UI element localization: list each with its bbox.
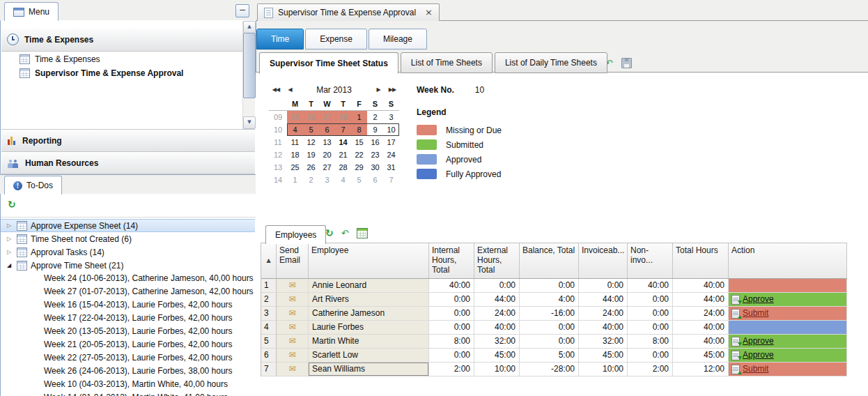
column-header[interactable]: Action [729,243,847,278]
row-number[interactable]: 5 [261,335,277,349]
calendar-day[interactable]: 25 [287,111,303,123]
todo-subitem[interactable]: Week 24 (10-06-2013), Catherine Jameson,… [1,272,255,285]
calendar-day[interactable]: 13 [319,136,335,148]
calendar-day[interactable]: 10 [383,123,399,136]
calendar-day[interactable]: 17 [383,136,399,148]
calendar-day[interactable]: 1 [287,174,303,186]
menu-item-supervisor-approval[interactable]: Supervisor Time & Expense Approval [1,66,242,80]
calendar-day[interactable]: 9 [367,123,383,136]
calendar-day[interactable]: 4 [335,174,351,186]
tab-list-of-daily-time-sheets[interactable]: List of Daily Time Sheets [495,52,607,73]
menu-scrollbar[interactable]: ▲ ▼ [242,21,255,129]
calendar-day[interactable]: 7 [335,123,351,136]
todo-subitem[interactable]: Week 14 (01-04-2013), Martin White, 41,0… [1,391,255,396]
envelope-icon[interactable]: ✉ [288,364,295,374]
envelope-icon[interactable]: ✉ [288,350,295,360]
calendar-day[interactable]: 16 [367,136,383,148]
employee-name-cell[interactable]: Martin White [309,335,429,349]
calendar-day[interactable]: 23 [367,148,383,161]
calendar-day[interactable]: 31 [383,161,399,174]
envelope-icon[interactable]: ✉ [288,308,295,318]
tab-time[interactable]: Time [256,29,304,50]
column-header[interactable]: Non-invo... [628,243,673,278]
todo-subitem[interactable]: Week 10 (04-03-2013), Martin White, 40,0… [1,378,255,391]
section-human-resources[interactable]: Human Resources [1,151,255,174]
undo-icon[interactable]: ↶ [341,228,349,238]
calendar-day[interactable]: 19 [303,148,319,161]
calendar-day[interactable]: 26 [303,161,319,174]
calendar-day[interactable]: 25 [287,161,303,174]
approve-link[interactable]: Approve [731,335,774,348]
send-email-cell[interactable]: ✉ [277,293,309,307]
employee-name-cell[interactable]: Scarlett Low [309,349,429,363]
calendar-day[interactable]: 30 [367,161,383,174]
table-icon[interactable] [357,228,368,238]
row-number[interactable]: 1 [261,279,277,293]
todo-subitem[interactable]: Week 27 (01-07-2013), Catherine Jameson,… [1,285,255,298]
calendar-day[interactable]: 5 [303,123,319,136]
column-header[interactable]: Balance, Total [520,243,579,278]
calendar-day[interactable]: 3 [383,111,399,123]
tab-supervisor-approval[interactable]: Supervisor Time & Expense Approval × [257,3,440,21]
column-header[interactable]: Internal Hours, Total [429,243,474,278]
calendar-last-icon[interactable]: ▶▶ [385,86,399,93]
calendar-day[interactable]: 24 [383,148,399,161]
calendar-day[interactable]: 5 [351,174,367,186]
todo-item[interactable]: ▷Approve Expense Sheet (14) [1,219,255,232]
section-reporting[interactable]: Reporting [1,129,255,152]
envelope-icon[interactable]: ✉ [288,280,295,290]
send-email-cell[interactable]: ✉ [277,363,309,376]
employee-name-cell[interactable]: Annie Leonard [309,279,429,293]
calendar-day[interactable]: 20 [319,148,335,161]
todo-item[interactable]: ◢Approve Time Sheet (21) [1,259,255,272]
calendar-day[interactable]: 22 [351,148,367,161]
approve-link[interactable]: Approve [731,349,774,362]
envelope-icon[interactable]: ✉ [288,336,295,346]
expand-arrow-icon[interactable]: ▷ [5,222,13,229]
column-header[interactable]: External Hours, Total [474,243,520,278]
calendar-day[interactable]: 6 [367,174,383,186]
calendar-day[interactable]: 3 [319,174,335,186]
calendar-day[interactable]: 4 [287,123,303,136]
employee-name-cell[interactable]: Catherine Jameson [309,307,429,321]
scroll-up-icon[interactable]: ▲ [243,21,256,33]
calendar-first-icon[interactable]: ◀◀ [269,86,283,93]
tab-list-of-time-sheets[interactable]: List of Time Sheets [401,52,493,73]
employee-name-cell[interactable]: Sean Williams [309,363,429,376]
save-icon[interactable] [621,58,632,68]
calendar-day[interactable]: 1 [351,111,367,123]
calendar-day[interactable]: 12 [303,136,319,148]
tab-todos[interactable]: ! To-Dos [4,176,62,195]
tab-supervisor-time-sheet-status[interactable]: Supervisor Time Sheet Status [259,52,398,74]
approve-link[interactable]: Approve [731,293,774,306]
tab-menu[interactable]: Menu [4,2,59,21]
calendar-day[interactable]: 7 [383,174,399,186]
send-email-cell[interactable]: ✉ [277,279,309,293]
calendar-next-icon[interactable]: ▶ [371,86,385,93]
calendar-day[interactable]: 2 [303,174,319,186]
section-time-expenses[interactable]: Time & Expenses [1,28,255,52]
employee-name-cell[interactable]: Laurie Forbes [309,321,429,335]
submit-link[interactable]: Submit [731,363,768,376]
calendar-day[interactable]: 6 [319,123,335,136]
calendar-day[interactable]: 11 [287,136,303,148]
todo-subitem[interactable]: Week 26 (24-06-2013), Laurie Forbes, 38,… [1,365,255,378]
calendar-day[interactable]: 29 [351,161,367,174]
scroll-down-icon[interactable]: ▼ [243,116,256,129]
submit-link[interactable]: Submit [731,307,768,320]
calendar-day[interactable]: 2 [367,111,383,123]
todo-item[interactable]: ▷Approval Tasks (14) [1,245,255,259]
calendar-day[interactable]: 8 [351,123,367,136]
tab-employees[interactable]: Employees [265,225,326,244]
calendar-day[interactable]: 28 [335,161,351,174]
expand-arrow-icon[interactable]: ▷ [5,249,13,255]
todo-subitem[interactable]: Week 21 (20-05-2013), Laurie Forbes, 42,… [1,338,255,351]
calendar-day[interactable]: 18 [287,148,303,161]
send-email-cell[interactable]: ✉ [277,307,309,321]
send-email-cell[interactable]: ✉ [277,335,309,349]
todo-item[interactable]: ▷Time Sheet not Created (6) [1,232,255,245]
row-number[interactable]: 3 [261,307,277,321]
calendar-day[interactable]: 28 [335,111,351,123]
column-header[interactable]: Total Hours [673,243,729,278]
minimize-button[interactable]: − [235,4,249,17]
